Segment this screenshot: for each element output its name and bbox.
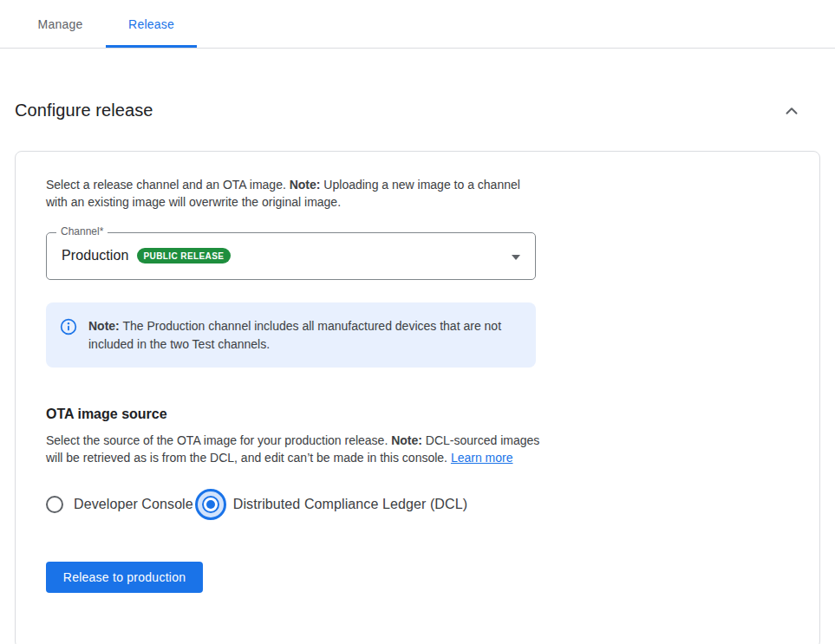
page-title: Configure release: [15, 101, 153, 120]
dropdown-arrow-icon: [512, 255, 520, 260]
ota-source-radio-group: Developer Console Distributed Compliance…: [46, 489, 789, 520]
channel-selected-value: Production: [62, 248, 129, 263]
radio-developer-console[interactable]: Developer Console: [46, 496, 193, 513]
note-label: Note:: [88, 319, 120, 333]
configure-release-card: Select a release channel and an OTA imag…: [15, 151, 820, 644]
intro-text: Select a release channel and an OTA imag…: [46, 176, 540, 211]
ota-image-source-heading: OTA image source: [46, 407, 789, 422]
ota-note-label: Note:: [391, 433, 422, 447]
section-header: Configure release: [15, 89, 802, 133]
intro-note-label: Note:: [290, 178, 321, 192]
info-icon: [60, 318, 77, 354]
tab-manage[interactable]: Manage: [15, 0, 106, 48]
radio-dcl[interactable]: Distributed Compliance Ledger (DCL): [193, 489, 467, 520]
collapse-section-button[interactable]: [781, 101, 802, 121]
learn-more-link[interactable]: Learn more: [451, 451, 513, 465]
info-note-box: Note: The Production channel includes al…: [46, 302, 536, 368]
radio-unselected-icon: [46, 496, 63, 513]
info-note-text: Note: The Production channel includes al…: [88, 317, 505, 354]
public-release-badge: PUBLIC RELEASE: [137, 248, 232, 263]
radio-selected-icon: [195, 489, 226, 520]
radio-label: Developer Console: [74, 497, 193, 512]
tab-release[interactable]: Release: [106, 0, 197, 48]
ota-description: Select the source of the OTA image for y…: [46, 432, 547, 466]
channel-field-label: Channel*: [56, 225, 108, 237]
tab-bar: Manage Release: [0, 0, 835, 49]
channel-select[interactable]: Channel* Production PUBLIC RELEASE: [46, 232, 536, 280]
radio-label: Distributed Compliance Ledger (DCL): [233, 497, 467, 512]
chevron-up-icon: [781, 111, 802, 124]
release-to-production-button[interactable]: Release to production: [46, 562, 203, 593]
